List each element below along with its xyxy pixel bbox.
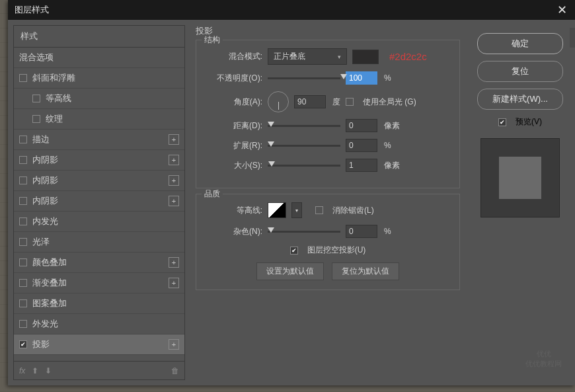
style-checkbox[interactable] [19, 299, 27, 307]
style-checkbox[interactable] [19, 136, 27, 143]
style-checkbox[interactable] [19, 156, 27, 164]
style-row-7[interactable]: 内发光 [14, 212, 184, 232]
styles-header[interactable]: 样式 [14, 26, 184, 48]
distance-slider[interactable] [268, 125, 340, 127]
angle-dial[interactable] [268, 91, 289, 112]
add-effect-icon[interactable]: + [169, 339, 179, 350]
style-row-1[interactable]: 等高线 [14, 89, 184, 109]
opacity-label: 不透明度(O): [203, 73, 262, 84]
style-checkbox[interactable] [32, 95, 40, 102]
style-row-0[interactable]: 斜面和浮雕 [14, 68, 184, 89]
style-checkbox[interactable] [19, 217, 27, 225]
chevron-down-icon: ▾ [338, 54, 341, 60]
style-label: 内阴影 [32, 154, 58, 166]
style-row-12[interactable]: 外发光 [14, 314, 184, 334]
style-checkbox[interactable] [19, 258, 27, 266]
reset-default-button[interactable]: 复位为默认值 [332, 262, 399, 280]
blending-options-row[interactable]: 混合选项 [14, 48, 184, 68]
style-row-9[interactable]: 颜色叠加+ [14, 253, 184, 273]
add-effect-icon[interactable]: + [169, 175, 179, 186]
fx-icon[interactable]: fx [19, 366, 25, 375]
contour-dropdown[interactable]: ▾ [291, 202, 302, 218]
add-effect-icon[interactable]: + [169, 134, 179, 145]
noise-slider[interactable] [268, 231, 340, 233]
style-label: 内发光 [32, 216, 58, 227]
watermark: 优优 优优教程网 [525, 349, 562, 369]
add-effect-icon[interactable]: + [169, 278, 179, 288]
style-row-4[interactable]: 内阴影+ [14, 150, 184, 171]
spread-input[interactable] [346, 139, 377, 152]
layer-style-dialog: 图层样式 ✕ 样式 混合选项 斜面和浮雕等高线纹理描边+内阴影+内阴影+内阴影+… [8, 0, 575, 385]
action-panel: 确定 复位 新建样式(W)... ✔预览(V) [471, 25, 570, 380]
knockout-checkbox[interactable]: ✔图层挖空投影(U) [290, 245, 366, 256]
styles-sidebar: 样式 混合选项 斜面和浮雕等高线纹理描边+内阴影+内阴影+内阴影+内发光光泽颜色… [13, 25, 185, 380]
contour-picker[interactable] [268, 202, 286, 218]
noise-input[interactable] [346, 225, 377, 238]
blend-mode-label: 混合模式: [203, 51, 262, 62]
opacity-slider[interactable] [268, 77, 340, 79]
antialias-checkbox[interactable]: 消除锯齿(L) [315, 205, 374, 216]
style-checkbox[interactable] [19, 279, 27, 287]
style-label: 渐变叠加 [32, 277, 67, 289]
preview-thumbnail [480, 138, 560, 217]
arrow-up-icon[interactable]: ⬆ [32, 366, 38, 375]
style-checkbox[interactable] [19, 238, 27, 246]
style-checkbox[interactable]: ✔ [19, 340, 27, 348]
noise-label: 杂色(N): [203, 226, 262, 237]
set-default-button[interactable]: 设置为默认值 [256, 262, 324, 280]
sidebar-footer: fx ⬆ ⬇ 🗑 [13, 362, 185, 380]
add-effect-icon[interactable]: + [169, 196, 179, 206]
style-row-8[interactable]: 光泽 [14, 232, 184, 253]
size-slider[interactable] [268, 165, 340, 167]
arrow-down-icon[interactable]: ⬇ [45, 366, 52, 375]
structure-fieldset: 结构 混合模式: 正片叠底 ▾ #2d2c2c 不透明度(O): % [196, 40, 460, 188]
style-checkbox[interactable] [32, 115, 40, 123]
blend-mode-dropdown[interactable]: 正片叠底 ▾ [268, 48, 347, 65]
style-checkbox[interactable] [19, 176, 27, 184]
quality-fieldset: 品质 等高线: ▾ 消除锯齿(L) 杂色(N): % [196, 194, 460, 290]
settings-panel: 投影 结构 混合模式: 正片叠底 ▾ #2d2c2c 不透明度(O): % [190, 25, 465, 380]
ok-button[interactable]: 确定 [477, 33, 563, 54]
spread-slider[interactable] [268, 145, 340, 147]
style-label: 斜面和浮雕 [32, 72, 75, 84]
panel-title: 投影 [196, 25, 460, 37]
angle-label: 角度(A): [203, 97, 262, 108]
size-input[interactable] [346, 159, 377, 172]
size-label: 大小(S): [203, 160, 262, 171]
style-checkbox[interactable] [19, 74, 27, 82]
add-effect-icon[interactable]: + [169, 257, 179, 268]
style-label: 外发光 [32, 318, 58, 330]
style-row-13[interactable]: ✔投影+ [14, 334, 184, 355]
style-row-11[interactable]: 图案叠加 [14, 294, 184, 314]
opacity-input[interactable] [346, 71, 377, 85]
style-row-5[interactable]: 内阴影+ [14, 171, 184, 191]
close-icon[interactable]: ✕ [555, 3, 568, 17]
style-row-2[interactable]: 纹理 [14, 109, 184, 130]
side-tab[interactable] [570, 28, 575, 48]
style-row-6[interactable]: 内阴影+ [14, 191, 184, 212]
style-label: 内阴影 [32, 175, 58, 186]
angle-input[interactable] [294, 95, 326, 108]
style-checkbox[interactable] [19, 320, 27, 328]
preview-checkbox[interactable]: ✔预览(V) [498, 116, 542, 128]
spread-label: 扩展(R): [203, 140, 262, 151]
style-label: 内阴影 [32, 195, 58, 207]
style-row-3[interactable]: 描边+ [14, 130, 184, 150]
titlebar[interactable]: 图层样式 ✕ [8, 0, 575, 20]
trash-icon[interactable]: 🗑 [171, 366, 179, 375]
new-style-button[interactable]: 新建样式(W)... [477, 89, 563, 110]
shadow-color-swatch[interactable] [352, 50, 379, 64]
contour-label: 等高线: [203, 205, 262, 216]
style-checkbox[interactable] [19, 197, 27, 205]
global-light-checkbox[interactable]: 使用全局光 (G) [346, 97, 416, 108]
style-label: 图案叠加 [32, 297, 67, 309]
color-hex-annotation: #2d2c2c [389, 51, 427, 62]
cancel-button[interactable]: 复位 [477, 61, 563, 82]
style-label: 等高线 [46, 93, 71, 104]
style-label: 投影 [32, 338, 50, 350]
style-row-10[interactable]: 渐变叠加+ [14, 273, 184, 294]
style-label: 描边 [32, 134, 50, 145]
distance-label: 距离(D): [203, 120, 262, 132]
distance-input[interactable] [346, 119, 377, 132]
add-effect-icon[interactable]: + [169, 155, 179, 165]
